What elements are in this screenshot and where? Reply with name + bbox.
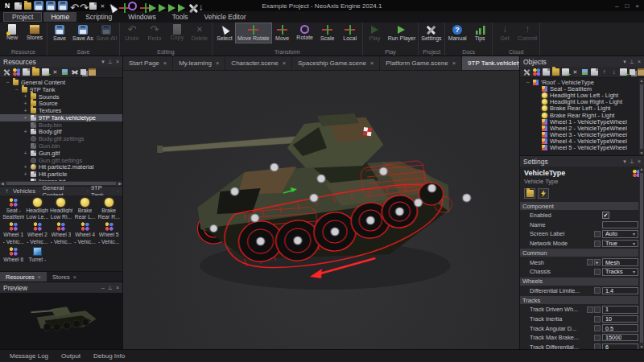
quick-access-icon[interactable] <box>139 2 147 10</box>
page-icon[interactable] <box>543 68 550 76</box>
ribbon-button[interactable]: Save All <box>95 23 118 43</box>
tree-item[interactable]: Body.bin <box>0 121 122 129</box>
property-row[interactable]: Track Driven Wh... Track Driven Wh... 1 … <box>520 305 638 315</box>
quick-access-icon[interactable] <box>80 2 87 10</box>
property-field[interactable]: ▾ <box>602 221 638 229</box>
vertical-scrollbar[interactable]: ▲▼ <box>639 78 644 155</box>
ribbon-button[interactable]: Save <box>48 23 71 43</box>
property-default-button[interactable] <box>594 241 601 247</box>
close-icon[interactable]: × <box>370 60 374 67</box>
property-row[interactable]: Enabled Enabled ✔ ✔▾ <box>520 211 638 220</box>
grid-item[interactable]: Wheel 5- Vehic... <box>97 222 121 244</box>
ribbon-button[interactable]: Undo <box>121 23 143 43</box>
breadcrumb-item[interactable]: Vehicles <box>13 187 35 195</box>
tree-item[interactable]: Gun.bin <box>0 142 122 150</box>
properties-view-button[interactable] <box>524 188 535 199</box>
property-row[interactable]: Track Differential... Track Differential… <box>520 343 638 349</box>
property-field[interactable]: 15000▾ <box>602 334 638 342</box>
quick-access-icon[interactable] <box>178 2 185 10</box>
property-row[interactable]: Screen Label Screen Label Auto Auto▾ <box>520 229 638 239</box>
status-bar-tab[interactable]: Message Log <box>3 352 55 360</box>
folder-icon[interactable] <box>32 68 39 76</box>
menu-item[interactable]: Home <box>43 12 76 22</box>
property-default-button[interactable] <box>594 306 601 313</box>
panel-header-button[interactable]: ▾ <box>101 59 105 65</box>
ribbon-button[interactable]: Move Rotate <box>236 23 271 43</box>
folder-icon[interactable] <box>552 68 559 76</box>
menu-item[interactable]: Vehicle Editor <box>197 12 254 22</box>
panel-header-button[interactable]: ▾ <box>623 158 626 165</box>
component-icon[interactable] <box>533 68 540 76</box>
property-row[interactable]: Network Mode Network Mode True True▾ <box>520 239 638 249</box>
ribbon-button[interactable]: Settings <box>419 23 443 43</box>
document-tab[interactable]: Start Page× <box>123 56 173 70</box>
tree-item[interactable]: −General Content <box>0 79 122 86</box>
quick-access-icon[interactable] <box>159 2 166 10</box>
quick-access-icon[interactable] <box>118 2 126 10</box>
property-field[interactable]: Tracks▾ <box>602 268 638 276</box>
tree-expander[interactable]: − <box>14 87 19 93</box>
ribbon-button[interactable]: Select <box>213 23 236 43</box>
property-row[interactable]: Wheels Wheels ▾ <box>520 278 638 286</box>
tree-expander[interactable]: + <box>23 115 28 121</box>
ribbon-button[interactable]: Delete <box>188 23 211 43</box>
tree-expander[interactable]: + <box>23 164 28 170</box>
quick-access-icon[interactable] <box>149 2 156 10</box>
ribbon-button[interactable]: Play <box>364 23 386 43</box>
tree-expander[interactable]: − <box>5 80 10 85</box>
tree-expander[interactable]: + <box>23 108 28 113</box>
tree-item[interactable]: Body.gltf.settings <box>0 135 122 142</box>
pageplus-icon[interactable] <box>562 68 569 76</box>
panel-header-button[interactable]: ▾ <box>623 59 626 65</box>
grid-item[interactable]: Wheel 2- Vehic... <box>26 222 50 244</box>
vertical-scrollbar[interactable]: ▲▼ <box>639 167 644 349</box>
page-icon[interactable] <box>23 68 30 76</box>
close-icon[interactable]: × <box>452 60 456 67</box>
quick-access-icon[interactable] <box>188 2 195 10</box>
paste-icon[interactable] <box>638 68 644 76</box>
quick-access-icon[interactable] <box>109 2 116 10</box>
scissors-icon[interactable] <box>71 68 78 76</box>
checkbox[interactable]: ✔ <box>602 212 609 219</box>
property-default-button[interactable] <box>594 287 601 294</box>
ribbon-button[interactable]: Local <box>339 23 361 43</box>
property-row[interactable]: Common Common ▾ <box>520 249 638 257</box>
close-icon[interactable]: × <box>73 274 76 280</box>
tree-expander[interactable]: + <box>23 129 28 134</box>
property-row[interactable]: Chassis Chassis Tracks Tracks▾ <box>520 267 638 277</box>
property-row[interactable]: Tracks Tracks ▾ <box>520 296 638 304</box>
document-tab[interactable]: Character.scene× <box>225 56 292 70</box>
page-icon[interactable] <box>591 68 598 76</box>
grid-item[interactable]: Wheel 4- Vehic... <box>73 222 97 244</box>
ribbon-button[interactable]: Move <box>271 23 294 43</box>
document-tab[interactable]: My.learning× <box>173 56 225 70</box>
wrench-icon[interactable] <box>523 68 530 76</box>
quick-access-icon[interactable] <box>197 2 204 10</box>
close-icon[interactable]: × <box>283 60 286 67</box>
property-default-button[interactable] <box>594 231 601 237</box>
property-default-button[interactable] <box>594 343 601 349</box>
ribbon-button[interactable]: Manual <box>446 23 469 43</box>
close-icon[interactable]: × <box>163 60 167 67</box>
copy-icon[interactable] <box>80 69 86 75</box>
tree-item[interactable]: +Textures <box>0 107 122 114</box>
property-field[interactable]: 6▾ <box>602 343 638 349</box>
status-bar-tab[interactable]: Debug Info <box>87 352 131 360</box>
panel-header-button[interactable]: ⊥ <box>630 158 634 165</box>
quick-access-icon[interactable] <box>46 1 56 10</box>
panel-header-button[interactable]: × <box>638 59 641 65</box>
ribbon-button[interactable]: Redo <box>143 23 166 43</box>
adown-icon[interactable] <box>610 68 617 76</box>
menu-item[interactable]: Scripting <box>78 12 119 22</box>
tree-item[interactable]: +Body.gltf <box>0 129 122 136</box>
tree-item[interactable]: +Hit particle2.material <box>0 164 122 171</box>
events-view-button[interactable] <box>538 188 549 199</box>
navigate-up-icon[interactable] <box>3 187 10 195</box>
menu-item[interactable]: Windows <box>121 12 163 22</box>
property-row[interactable]: Track Max Brake... Track Max Brake... 15… <box>520 333 638 343</box>
property-row[interactable]: Track Inertia Track Inertia 10 10▾ <box>520 315 638 324</box>
quick-access-icon[interactable] <box>14 2 22 10</box>
window-button[interactable]: – <box>615 2 618 10</box>
window-button[interactable]: □ <box>625 2 629 10</box>
property-default-button[interactable] <box>594 316 601 323</box>
